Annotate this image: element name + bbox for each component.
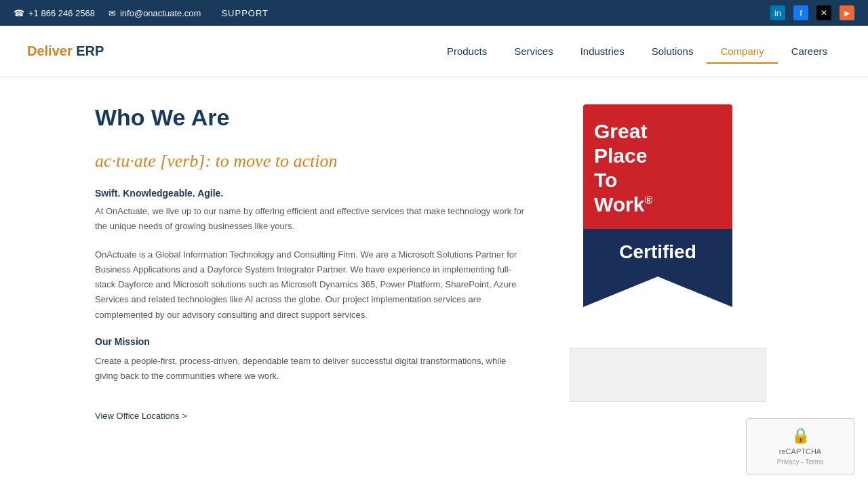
badge-certified: Certified xyxy=(583,229,732,277)
tagline: ac·tu·ate [verb]: to move to action xyxy=(95,151,529,171)
view-locations-link[interactable]: View Office Locations > xyxy=(95,411,187,421)
phone-contact: ☎ +1 866 246 2568 xyxy=(14,8,95,18)
body-text: OnActuate is a Global Information Techno… xyxy=(95,247,529,322)
email-address: info@onactuate.com xyxy=(120,8,201,18)
badge-to: To xyxy=(594,168,722,192)
twitter-icon[interactable]: ✕ xyxy=(816,5,831,20)
badge-work: Work® xyxy=(594,192,722,217)
badge-great: Great xyxy=(594,119,722,144)
recaptcha-logo: 🔒 xyxy=(757,427,843,445)
nav-products[interactable]: Products xyxy=(433,39,500,64)
swift-label: Swift. Knowledgeable. Agile. xyxy=(95,188,529,199)
badge-red-section: Great Place To Work® xyxy=(583,104,732,229)
header: Deliver ERP Products Services Industries… xyxy=(0,26,868,77)
content-left: Who We Are ac·tu·ate [verb]: to move to … xyxy=(95,104,529,422)
badge-navy-section: Certified xyxy=(583,229,732,307)
main-nav: Products Services Industries Solutions C… xyxy=(433,39,841,64)
email-icon: ✉ xyxy=(108,8,116,18)
logo-image: Deliver ERP xyxy=(27,33,136,70)
nav-careers[interactable]: Careers xyxy=(778,39,841,64)
support-link[interactable]: SUPPORT xyxy=(221,8,269,18)
badge-chevron xyxy=(583,277,732,307)
mission-text: Create a people-first, process-driven, d… xyxy=(95,354,529,384)
nav-solutions[interactable]: Solutions xyxy=(638,39,707,64)
content-right: Great Place To Work® Certified xyxy=(570,104,746,422)
nav-services[interactable]: Services xyxy=(500,39,567,64)
page-title: Who We Are xyxy=(95,104,529,131)
bottom-image xyxy=(570,348,766,402)
linkedin-icon[interactable]: in xyxy=(770,5,785,20)
social-links: in f ✕ ▶ xyxy=(770,5,854,20)
nav-industries[interactable]: Industries xyxy=(567,39,638,64)
gptw-badge-wrapper: Great Place To Work® Certified xyxy=(570,104,746,307)
recaptcha-label: reCAPTCHA xyxy=(757,447,843,449)
youtube-icon[interactable]: ▶ xyxy=(840,5,854,20)
badge-place: Place xyxy=(594,144,722,168)
gptw-badge: Great Place To Work® Certified xyxy=(583,104,732,307)
mission-title: Our Mission xyxy=(95,336,529,347)
top-bar: ☎ +1 866 246 2568 ✉ info@onactuate.com S… xyxy=(0,0,868,26)
recaptcha-box: 🔒 reCAPTCHA Privacy - Terms xyxy=(746,418,854,449)
phone-icon: ☎ xyxy=(14,8,24,18)
facebook-icon[interactable]: f xyxy=(793,5,808,20)
nav-company[interactable]: Company xyxy=(707,39,777,64)
logo[interactable]: Deliver ERP xyxy=(27,33,136,70)
phone-number: +1 866 246 2568 xyxy=(28,8,95,18)
email-contact: ✉ info@onactuate.com xyxy=(108,8,201,18)
intro-text: At OnActuate, we live up to our name by … xyxy=(95,204,529,234)
main-content: Who We Are ac·tu·ate [verb]: to move to … xyxy=(0,77,868,449)
